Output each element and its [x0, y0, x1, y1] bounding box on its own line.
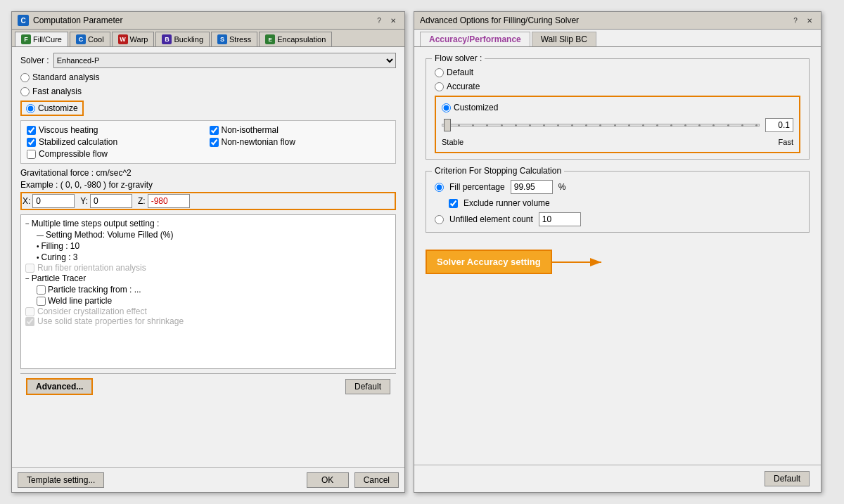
tab-buckling[interactable]: B Buckling [155, 32, 210, 46]
criterion-group-label: Criterion For Stopping Calculation [432, 166, 564, 176]
criterion-options: Fill percentage % Exclude runner volume … [435, 177, 800, 226]
unfilled-count-input[interactable] [539, 212, 581, 226]
right-default-button[interactable]: Default [765, 471, 810, 486]
tab-accuracy-performance[interactable]: Accuracy/Performance [420, 32, 530, 46]
x-label: X: [23, 196, 30, 206]
non-isothermal-checkbox[interactable] [210, 126, 219, 135]
criterion-group: Criterion For Stopping Calculation Fill … [426, 171, 810, 233]
checkbox-nonisothermal: Non-isothermal [210, 125, 390, 135]
close-icon[interactable]: ✕ [388, 15, 399, 26]
tab-stress[interactable]: S Stress [211, 32, 257, 46]
right-close-icon[interactable]: ✕ [804, 15, 815, 26]
exclude-runner-checkbox[interactable] [449, 199, 458, 208]
solid-state-checkbox [25, 317, 34, 326]
non-newtonian-checkbox[interactable] [210, 138, 219, 147]
unfilled-count-radio[interactable] [435, 215, 444, 224]
annotation-arrow-svg [552, 252, 608, 273]
flow-accurate-radio-row: Accurate [435, 82, 800, 91]
radio-fast: Fast analysis [20, 86, 396, 96]
tree-section[interactable]: − Multiple time steps output setting : —… [20, 214, 396, 369]
z-input[interactable] [148, 194, 190, 208]
radio-standard: Standard analysis [20, 72, 396, 82]
stabilized-calc-checkbox[interactable] [27, 138, 36, 147]
slider-thumb[interactable] [444, 119, 451, 131]
disabled-fiber: Run fiber orientation analysis [25, 263, 391, 273]
fill-pct-input[interactable] [511, 180, 553, 194]
left-panel: C Computation Parameter ? ✕ F Fill/Cure … [11, 11, 405, 493]
radio-fast-input[interactable] [20, 87, 30, 96]
flow-accurate-radio[interactable] [435, 82, 444, 91]
template-setting-button[interactable]: Template setting... [18, 472, 104, 488]
fill-pct-row: Fill percentage % [435, 180, 800, 194]
stress-badge: S [217, 34, 227, 44]
tab-wall-slip[interactable]: Wall Slip BC [532, 32, 596, 46]
fill-pct-radio[interactable] [435, 183, 444, 192]
radio-standard-input[interactable] [20, 73, 30, 82]
particle-tracking-checkbox[interactable] [37, 285, 46, 295]
buckling-badge: B [162, 34, 172, 44]
warp-badge: W [118, 34, 128, 44]
tab-warp[interactable]: W Warp [112, 32, 155, 46]
right-body: Flow solver : Default Accurate Customize… [414, 47, 821, 465]
z-label: Z: [138, 196, 146, 206]
help-icon[interactable]: ? [373, 15, 385, 26]
slider-dots [442, 124, 759, 127]
flow-customized-radio-row: Customized [442, 103, 793, 112]
annotation-area: Solver Accuracy setting [426, 250, 810, 274]
checkbox-viscous: Viscous heating [27, 125, 207, 135]
right-bottom-buttons: Default [414, 465, 821, 492]
customized-highlight-box: Customized [435, 96, 800, 153]
cancel-button[interactable]: Cancel [354, 472, 399, 488]
flow-default-radio[interactable] [435, 68, 444, 77]
flow-solver-group-label: Flow solver : [432, 53, 485, 63]
right-tab-bar: Accuracy/Performance Wall Slip BC [414, 30, 821, 47]
left-body: Solver : Enhanced-P Standard analysis Fa… [12, 47, 404, 467]
advanced-button[interactable]: Advanced... [26, 378, 93, 395]
checkbox-compressible: Compressible flow [27, 149, 207, 159]
radio-customize-input[interactable] [26, 104, 35, 113]
tree-item-curing: • Curing : 3 [25, 252, 391, 263]
unfilled-count-row: Unfilled element count [435, 212, 800, 226]
slider-track [442, 124, 760, 127]
solver-label: Solver : [20, 56, 49, 65]
tree-item-particle-track: Particle tracking from : ... [25, 284, 391, 295]
viscous-heating-checkbox[interactable] [27, 126, 36, 135]
y-label: Y: [80, 196, 88, 206]
z-field: Z: [138, 194, 190, 208]
slider-labels: Stable Fast [442, 138, 793, 146]
left-title-bar: C Computation Parameter ? ✕ [12, 12, 404, 30]
tab-cool[interactable]: C Cool [70, 32, 110, 46]
cool-badge: C [76, 34, 86, 44]
customize-section: Viscous heating Non-isothermal Stabilize… [20, 120, 396, 164]
tree-item-1: — Setting Method: Volume Filled (%) [25, 229, 391, 240]
disabled-solid: Use solid state properties for shrinkage [25, 316, 391, 326]
ok-button[interactable]: OK [307, 472, 349, 488]
fiber-checkbox [25, 264, 34, 273]
customize-highlight: Customize [20, 101, 84, 116]
left-title-icon: C [18, 15, 29, 26]
checkbox-stabilized: Stabilized calculation [27, 137, 207, 147]
x-input[interactable] [32, 194, 75, 208]
compressible-flow-checkbox[interactable] [27, 150, 36, 159]
weld-line-checkbox[interactable] [37, 297, 46, 306]
tab-fill-cure[interactable]: F Fill/Cure [15, 32, 68, 46]
slider-value-input[interactable] [765, 118, 793, 132]
tree-item-0: − Multiple time steps output setting : [25, 218, 391, 229]
y-field: Y: [80, 194, 132, 208]
right-panel: Advanced Options for Filling/Curing Solv… [414, 11, 821, 493]
y-input[interactable] [90, 194, 132, 208]
exclude-runner-row: Exclude runner volume [435, 198, 800, 208]
fill-cure-badge: F [21, 34, 31, 44]
checkbox-nonnewtonian: Non-newtonian flow [210, 137, 390, 147]
tab-encapsulation[interactable]: E Encapsulation [259, 32, 332, 46]
flow-customized-radio[interactable] [442, 103, 451, 112]
left-bottom-buttons: Advanced... Default [20, 373, 396, 399]
solver-row: Solver : Enhanced-P [20, 53, 396, 68]
encapsulation-badge: E [265, 34, 275, 44]
xyz-highlight: X: Y: Z: [20, 192, 396, 210]
tree-item-weld-line: Weld line particle [25, 295, 391, 306]
right-help-icon[interactable]: ? [790, 15, 801, 26]
left-default-button[interactable]: Default [345, 379, 390, 394]
solver-select[interactable]: Enhanced-P [53, 53, 396, 68]
flow-solver-options: Default Accurate Customized [435, 65, 800, 153]
